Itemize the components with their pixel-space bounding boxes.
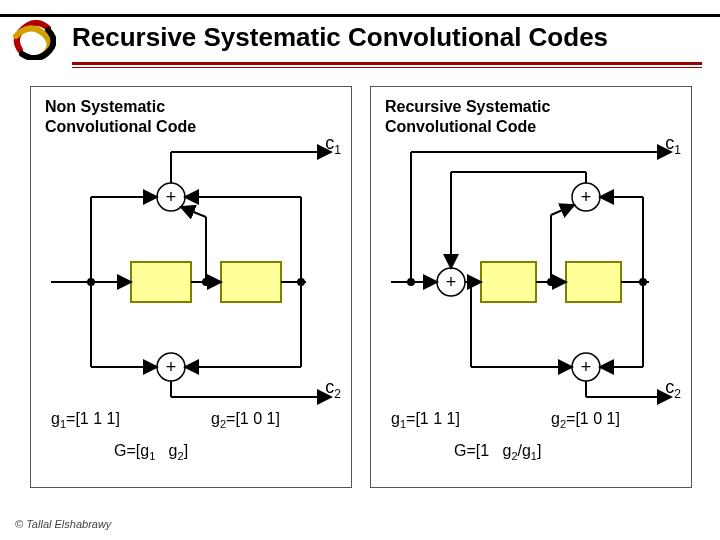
svg-rect-0: [131, 262, 191, 302]
svg-text:+: +: [581, 187, 592, 207]
svg-text:+: +: [166, 357, 177, 377]
g1-expr: g1=[1 1 1]: [51, 410, 120, 430]
svg-rect-27: [566, 262, 621, 302]
g1-expr: g1=[1 1 1]: [391, 410, 460, 430]
svg-text:+: +: [166, 187, 177, 207]
encoder-diagram-right: + + +: [371, 87, 691, 407]
logo-icon: [10, 20, 56, 60]
g2-expr: g2=[1 0 1]: [211, 410, 280, 430]
panel-non-systematic: Non Systematic Convolutional Code c1 c2 …: [30, 86, 352, 488]
slide-title: Recursive Systematic Convolutional Codes: [72, 22, 608, 53]
slide: Recursive Systematic Convolutional Codes…: [0, 0, 720, 540]
svg-text:+: +: [581, 357, 592, 377]
svg-line-15: [181, 207, 206, 217]
svg-rect-26: [481, 262, 536, 302]
title-underline: [72, 62, 702, 68]
svg-line-45: [551, 205, 574, 215]
copyright-footer: © Tallal Elshabrawy: [15, 518, 111, 530]
G-expr: G=[1 g2/g1]: [454, 442, 541, 462]
svg-text:+: +: [446, 272, 457, 292]
encoder-diagram-left: + +: [31, 87, 351, 407]
top-rule: [0, 14, 720, 17]
G-expr: G=[g1 g2]: [114, 442, 188, 462]
panel-recursive-systematic: Recursive Systematic Convolutional Code …: [370, 86, 692, 488]
g2-expr: g2=[1 0 1]: [551, 410, 620, 430]
svg-rect-1: [221, 262, 281, 302]
